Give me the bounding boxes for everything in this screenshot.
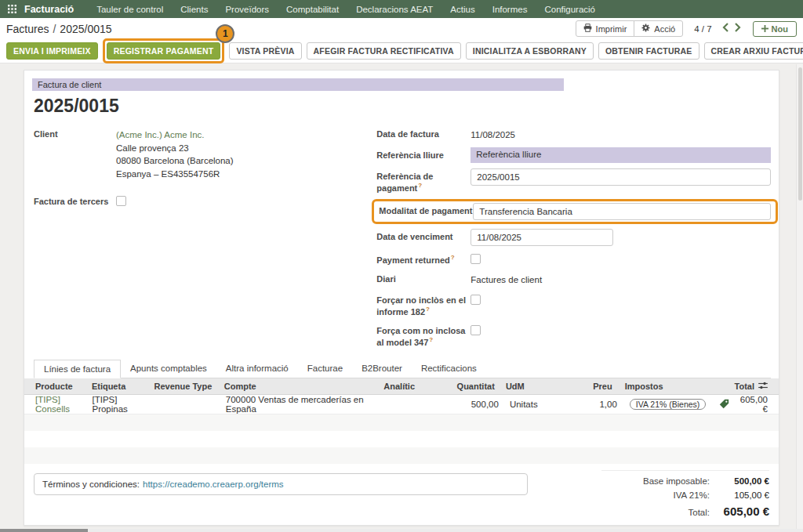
pager-count: 4 / 7 bbox=[694, 24, 711, 34]
cell-taxes[interactable]: IVA 21% (Bienes) bbox=[620, 396, 711, 413]
content-area: Factura de client 2025/0015 Client (Acme… bbox=[0, 63, 803, 532]
col-header-quantity[interactable]: Quantitat bbox=[452, 378, 498, 394]
cell-price[interactable]: 1,00 bbox=[576, 396, 620, 412]
col-header-uom[interactable]: UdM bbox=[498, 378, 571, 394]
action-button-label: Acció bbox=[654, 24, 675, 34]
tax-amount-label: IVA 21%: bbox=[674, 490, 710, 500]
terms-link[interactable]: https://creademo.creaerp.org/terms bbox=[143, 480, 284, 489]
register-payment-button[interactable]: REGISTRAR PAGAMENT bbox=[107, 42, 221, 60]
send-print-button[interactable]: ENVIA I IMPRIMEIX bbox=[6, 42, 98, 60]
third-party-checkbox[interactable] bbox=[116, 196, 126, 206]
client-address-line-1: Calle provença 23 bbox=[116, 142, 372, 155]
client-address-line-3: Espanya – ES43554756R bbox=[116, 168, 372, 181]
help-marker-icon: ? bbox=[426, 306, 430, 313]
cell-analytic[interactable] bbox=[383, 401, 456, 407]
payment-reference-input[interactable] bbox=[471, 168, 771, 186]
tax-amount-value: 105,00 € bbox=[721, 490, 769, 500]
invoice-date-value[interactable]: 11/08/2025 bbox=[471, 126, 771, 142]
add-credit-note-button[interactable]: AFEGIR FACTURA RECTIFICATIVA bbox=[307, 42, 461, 60]
col-header-price[interactable]: Preu bbox=[571, 378, 615, 394]
due-date-label: Data de venciment bbox=[376, 229, 471, 242]
col-header-taxes[interactable]: Impostos bbox=[616, 378, 706, 394]
empty-table-row bbox=[24, 431, 779, 447]
col-header-tag bbox=[705, 378, 731, 394]
nav-item-reports[interactable]: Informes bbox=[484, 5, 536, 14]
reset-to-draft-button[interactable]: INICIALITZA A ESBORRANY bbox=[466, 42, 594, 60]
payment-mode-label: Modalitat de pagament bbox=[379, 203, 473, 216]
tag-icon[interactable] bbox=[710, 396, 736, 414]
print-button[interactable]: Imprimir bbox=[576, 20, 635, 37]
action-button[interactable]: Acció bbox=[634, 20, 683, 37]
optional-columns-icon[interactable] bbox=[758, 382, 768, 391]
total-amount-label: Total: bbox=[689, 508, 710, 517]
empty-table-row bbox=[24, 414, 779, 431]
printer-icon bbox=[583, 24, 592, 34]
breadcrumb[interactable]: Factures/2025/0015 bbox=[6, 23, 112, 35]
untaxed-amount-value: 500,00 € bbox=[721, 476, 769, 486]
col-header-revenue-type[interactable]: Revenue Type bbox=[151, 378, 221, 394]
pager-previous-button[interactable] bbox=[720, 21, 732, 36]
totals-block: Base imposable: 500,00 € IVA 21%: 105,00… bbox=[601, 470, 769, 532]
nav-item-clients[interactable]: Clients bbox=[172, 5, 216, 14]
untaxed-amount-label: Base imposable: bbox=[643, 476, 710, 486]
terms-field[interactable]: Términos y condiciones:https://creademo.… bbox=[34, 473, 528, 495]
client-label: Client bbox=[34, 126, 116, 139]
third-party-label: Factura de tercers bbox=[34, 194, 116, 207]
payment-returned-checkbox[interactable] bbox=[471, 254, 481, 264]
tab-invoice-lines[interactable]: Línies de factura bbox=[34, 360, 121, 378]
cell-label[interactable]: [TIPS] Propinas bbox=[89, 392, 151, 417]
cell-quantity[interactable]: 500,00 bbox=[456, 396, 502, 412]
preview-button[interactable]: VISTA PRÈVIA bbox=[229, 42, 301, 60]
get-facturae-button[interactable]: OBTENIR FACTURAE bbox=[598, 42, 699, 60]
new-button[interactable]: Nou bbox=[753, 21, 797, 37]
create-facturae-archive-button[interactable]: CREAR ARXIU FACTURAE bbox=[704, 42, 803, 60]
annotation-step-badge: 1 bbox=[216, 24, 234, 43]
client-link[interactable]: (Acme Inc.) Acme Inc. bbox=[116, 128, 372, 142]
nav-item-accounting[interactable]: Comptabilitat bbox=[278, 5, 347, 14]
col-header-total-label: Total bbox=[735, 382, 754, 391]
nav-item-providers[interactable]: Proveïdors bbox=[216, 5, 278, 14]
cell-account[interactable]: 700000 Ventas de mercaderías en España bbox=[223, 392, 383, 417]
pager-next-button[interactable] bbox=[732, 21, 743, 36]
document-type-band: Factura de client bbox=[32, 78, 564, 91]
tab-other-info[interactable]: Altra informació bbox=[216, 360, 298, 378]
tab-rectifications[interactable]: Rectificacions bbox=[412, 360, 486, 378]
gear-icon bbox=[641, 24, 650, 34]
cell-product[interactable]: [TIPS] Consells bbox=[24, 392, 89, 417]
journal-label: Diari bbox=[376, 271, 471, 284]
vertical-scrollbar[interactable] bbox=[796, 64, 803, 529]
client-address-line-2: 08080 Barcelona (Barcelona) bbox=[116, 154, 372, 168]
horizontal-scrollbar[interactable] bbox=[0, 529, 803, 532]
invoice-date-label: Data de factura bbox=[376, 126, 471, 139]
invoice-line-row[interactable]: [TIPS] Consells [TIPS] Propinas 700000 V… bbox=[24, 395, 779, 414]
cell-uom[interactable]: Unitats bbox=[502, 396, 576, 412]
annotation-highlight-payment-mode: Modalitat de pagament bbox=[372, 199, 778, 224]
journal-value[interactable]: Factures de client bbox=[471, 271, 771, 287]
nav-item-configuration[interactable]: Configuració bbox=[536, 5, 604, 14]
terms-label: Términos y condiciones: bbox=[42, 480, 140, 489]
free-reference-field[interactable]: Referència lliure bbox=[471, 147, 771, 163]
force-182-checkbox[interactable] bbox=[471, 295, 481, 305]
due-date-input[interactable] bbox=[471, 229, 613, 246]
tab-facturae[interactable]: Facturae bbox=[298, 360, 352, 378]
cell-total[interactable]: 605,00 € bbox=[737, 392, 779, 417]
cell-revenue-type[interactable] bbox=[152, 401, 223, 407]
free-reference-label: Referència lliure bbox=[376, 147, 471, 161]
empty-table-row bbox=[24, 447, 779, 464]
payment-mode-input[interactable] bbox=[473, 203, 771, 220]
col-header-analytic[interactable]: Analític bbox=[380, 378, 452, 394]
tab-journal-entries[interactable]: Apunts comptables bbox=[121, 360, 216, 378]
chevron-right-icon bbox=[734, 23, 741, 34]
nav-item-dashboard[interactable]: Tauler de control bbox=[88, 5, 172, 14]
nav-item-aeat-declarations[interactable]: Declaracions AEAT bbox=[347, 5, 441, 14]
help-marker-icon: ? bbox=[418, 182, 422, 189]
apps-grid-icon[interactable] bbox=[8, 5, 16, 13]
force-347-checkbox[interactable] bbox=[471, 325, 481, 335]
action-buttons-bar: ENVIA I IMPRIMEIX REGISTRAR PAGAMENT 1 V… bbox=[0, 39, 803, 63]
breadcrumb-parent[interactable]: Factures bbox=[6, 23, 49, 35]
tab-b2brouter[interactable]: B2Brouter bbox=[352, 360, 412, 378]
tax-pill[interactable]: IVA 21% (Bienes) bbox=[630, 399, 707, 410]
app-name[interactable]: Facturació bbox=[24, 4, 74, 15]
chevron-left-icon bbox=[722, 23, 729, 34]
nav-item-assets[interactable]: Actius bbox=[441, 5, 483, 14]
